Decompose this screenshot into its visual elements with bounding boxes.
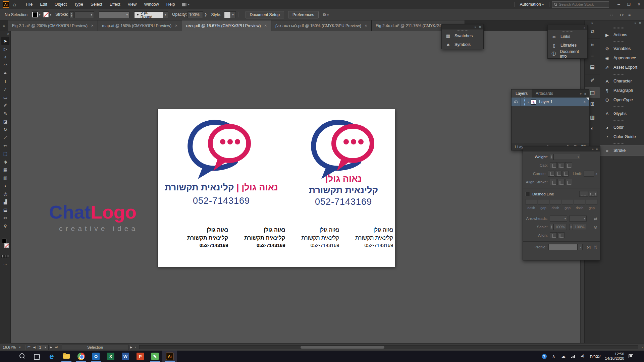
taskbar-clock[interactable]: 12:50 14/10/2020 [605, 352, 624, 361]
document-layout-icon[interactable]: ⊐ ▾ [618, 12, 624, 17]
artboard-tool[interactable]: ⬓ [1, 206, 9, 214]
current-tool-indicator[interactable]: Selection [62, 345, 129, 350]
lasso-tool[interactable]: ◠ [1, 61, 9, 69]
chevron-right-icon[interactable]: ❯ [204, 13, 207, 16]
align-dash-button[interactable] [589, 191, 597, 197]
line-segment-tool[interactable]: ∕ [1, 85, 9, 93]
status-play-icon[interactable]: ▶ [129, 346, 134, 349]
chatlogo-wordmark[interactable]: ChatLogo creative idea [49, 202, 138, 233]
show-desktop-button[interactable] [639, 351, 641, 362]
opacity-field[interactable]: 100% [187, 11, 203, 18]
card-left-tagline[interactable]: נאוה גולן | קלינאית תקשורת [164, 182, 278, 193]
dock-paragraph[interactable]: ¶ Paragraph [600, 86, 644, 95]
footer-block[interactable]: נאוה גולן קלינאית תקשורת 052-7143169 [187, 226, 228, 249]
panel-menu-icon[interactable]: ≡ [596, 147, 598, 151]
link-scale-icon[interactable]: ⊘ [594, 225, 597, 230]
align-outside-button[interactable] [565, 179, 572, 185]
document-info-item[interactable]: ⓘ Document Info [548, 50, 587, 58]
card-left-phone[interactable]: 052-7143169 [164, 196, 278, 206]
dock-color-guide[interactable]: ◔ Color Guide [600, 132, 644, 141]
artboard[interactable]: נאוה גולן | קלינאית תקשורת 052-7143169 נ… [157, 109, 395, 267]
width-tool[interactable]: ⇿ [1, 141, 9, 149]
panel-menu-icon[interactable]: ≡ [628, 12, 631, 17]
minimize-button[interactable]: ─ [614, 0, 624, 9]
chat-bubbles-logo-left[interactable] [182, 117, 258, 182]
panel-collapse-icon[interactable]: » [584, 26, 585, 29]
brush-definition-dropdown[interactable]: 5 pt. Round [134, 11, 163, 18]
tab-close-icon[interactable]: ✕ [365, 24, 367, 27]
brush-definition-chevron[interactable]: ▾ [163, 11, 168, 18]
fill-color-swatch[interactable] [32, 12, 38, 17]
stroke-weight-label[interactable]: Stroke: [55, 12, 68, 17]
chevron-up-icon[interactable]: ∧ [551, 354, 556, 359]
chat-bubbles-logo-right[interactable] [306, 117, 382, 182]
weight-stepper[interactable]: ▲▼ [550, 154, 553, 160]
weight-dropdown[interactable]: ▾ [553, 154, 580, 160]
scale-start-stepper[interactable]: ▲▼ [550, 224, 553, 230]
keyboard-language[interactable]: עברית [590, 354, 601, 359]
pencil-tool[interactable]: ✎ [1, 109, 9, 117]
chevron-down-icon[interactable]: ▾ [39, 13, 41, 16]
scale-end-field[interactable]: 100% [573, 224, 586, 230]
home-icon[interactable]: ⌂ [13, 2, 16, 7]
scale-end-stepper[interactable]: ▲▼ [569, 224, 573, 230]
opacity-label[interactable]: Opacity: [172, 12, 187, 17]
close-button[interactable]: ✕ [634, 0, 644, 9]
graphic-style-swatch[interactable] [224, 11, 231, 18]
stroke-proxy-icon[interactable] [4, 243, 9, 248]
zoom-tool[interactable]: ⚲ [1, 222, 9, 230]
libraries-item[interactable]: ▯ Libraries [548, 41, 587, 50]
scroll-left-icon[interactable]: ‹ [133, 346, 137, 349]
tab-artboards[interactable]: Artboards [532, 89, 557, 98]
tab-close-icon[interactable]: ✕ [264, 24, 267, 27]
align-inside-button[interactable] [557, 179, 565, 185]
slice-tool[interactable]: ✂ [1, 214, 9, 222]
tab-overflow-icon[interactable]: » [0, 20, 8, 31]
word-icon[interactable]: W [118, 351, 133, 362]
symbols-item[interactable]: ♣ Symbols [442, 40, 483, 49]
panel-close-icon[interactable]: ✕ [479, 25, 481, 29]
dash-gap-field[interactable] [574, 199, 585, 205]
projecting-cap-button[interactable] [565, 162, 572, 168]
file-explorer-icon[interactable] [59, 351, 74, 362]
paint-app-icon[interactable]: ✎ [148, 351, 162, 362]
help-icon[interactable]: ? [542, 354, 547, 359]
task-view-button[interactable] [30, 351, 44, 362]
stroke-weight-stepper[interactable]: ▲▼ [69, 11, 74, 18]
dash-gap-field[interactable] [538, 199, 549, 205]
dock-collapse-icon[interactable]: » [634, 21, 636, 25]
excel-icon[interactable]: X [103, 351, 118, 362]
footer-block[interactable]: נאוה גולן קלינאית תקשורת 052-7143169 [355, 226, 393, 249]
expand-chevron-icon[interactable]: › [528, 100, 529, 104]
bevel-join-button[interactable] [562, 171, 569, 177]
dock-variables[interactable]: ⚙ Variables [600, 44, 644, 53]
tab-layers[interactable]: Layers [512, 89, 532, 98]
outlook-icon[interactable]: O [89, 351, 103, 362]
swap-arrowheads-icon[interactable]: ⇄ [594, 216, 597, 221]
dashed-line-checkbox[interactable]: − [526, 192, 530, 196]
direct-selection-tool[interactable]: ▷ [1, 45, 9, 53]
selection-tool[interactable]: ➤ [1, 37, 9, 45]
panel-menu-icon[interactable]: ≡ [584, 92, 586, 96]
draw-behind-mode[interactable] [4, 255, 7, 258]
shape-builder-tool[interactable]: ⬗ [1, 158, 9, 166]
lock-column[interactable] [520, 98, 525, 106]
chevron-down-icon[interactable]: ▾ [50, 13, 52, 16]
search-button[interactable] [15, 351, 30, 362]
start-button[interactable] [0, 351, 15, 362]
magic-wand-tool[interactable]: ✧ [1, 53, 9, 61]
profile-dropdown[interactable] [548, 244, 578, 250]
graph-tool[interactable]: ▟ [1, 198, 9, 206]
layers-empty-area[interactable] [512, 106, 589, 143]
tab-close-icon[interactable]: ✕ [175, 24, 177, 27]
style-chevron[interactable]: ▾ [231, 11, 236, 18]
arrowhead-start-dropdown[interactable]: ▾ [550, 216, 567, 222]
swatches-item[interactable]: ▦ Swatches [442, 32, 483, 40]
dock-close-icon[interactable]: ✕ [639, 21, 641, 25]
rotate-tool[interactable]: ↻ [1, 125, 9, 133]
stroke-weight-field[interactable]: ▾ [74, 11, 94, 18]
document-setup-button[interactable]: Document Setup [246, 11, 284, 18]
tab-fig-2-1[interactable]: Fig 2.1.ai* @ 200% (CMYK/GPU Preview) ✕ [8, 20, 98, 31]
blend-tool[interactable]: ◎ [1, 190, 9, 198]
panel-collapse-icon[interactable]: » [580, 92, 582, 96]
